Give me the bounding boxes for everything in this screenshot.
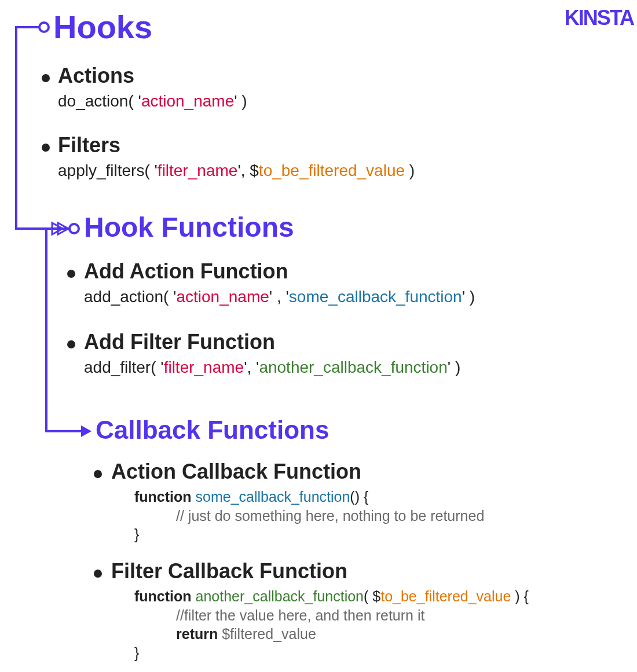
item-title-action-callback: Action Callback Function — [111, 460, 361, 484]
section-title-hooks: Hooks — [53, 10, 152, 45]
bullet-icon — [67, 340, 75, 348]
bullet-icon — [42, 74, 50, 82]
svg-point-0 — [39, 23, 49, 32]
section-title-hook-functions: Hook Functions — [84, 213, 294, 242]
brand-logo: KINSTA — [565, 6, 634, 30]
bullet-icon — [42, 144, 50, 152]
bullet-icon — [67, 270, 75, 278]
code-do-action: do_action( 'action_name' ) — [58, 90, 247, 112]
item-title-add-action: Add Action Function — [84, 259, 288, 284]
bullet-icon — [94, 470, 102, 478]
bullet-icon — [94, 570, 102, 578]
code-filter-callback: function another_callback_function( $to_… — [134, 587, 529, 662]
code-add-action: add_action( 'action_name' , 'some_callba… — [84, 286, 475, 308]
item-title-filters: Filters — [58, 133, 120, 157]
code-add-filter: add_filter( 'filter_name', 'another_call… — [84, 357, 460, 379]
code-apply-filters: apply_filters( 'filter_name', $to_be_fil… — [58, 160, 415, 182]
item-title-filter-callback: Filter Callback Function — [111, 559, 347, 583]
section-title-callback-functions: Callback Functions — [96, 417, 329, 443]
item-title-add-filter: Add Filter Function — [84, 330, 275, 354]
svg-point-1 — [69, 224, 79, 233]
diagram-canvas: KINSTA Hooks Actions do_action( 'action_… — [0, 0, 637, 672]
code-action-callback: function some_callback_function() { // j… — [134, 487, 484, 544]
item-title-actions: Actions — [58, 64, 134, 88]
